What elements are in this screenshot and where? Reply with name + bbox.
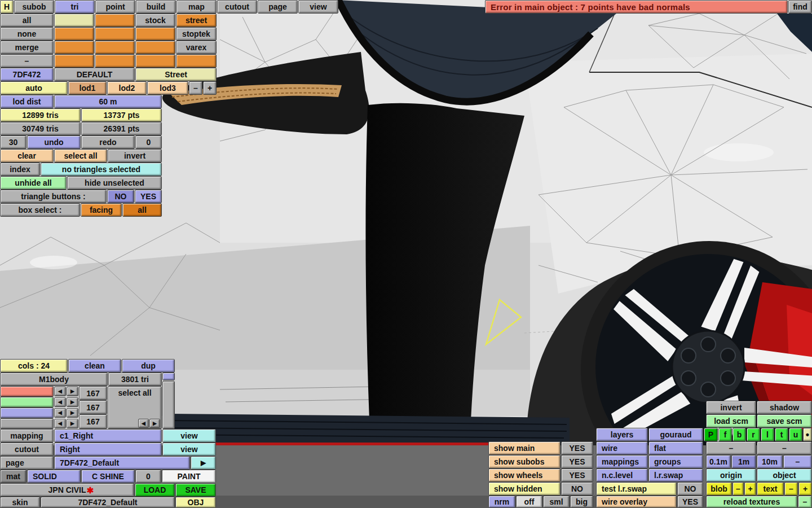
color-slider-grey[interactable]	[0, 418, 54, 429]
blob-minus[interactable]: –	[732, 482, 744, 496]
origin-button[interactable]: origin	[706, 468, 756, 482]
menu-subob[interactable]: subob	[14, 0, 54, 14]
config-street[interactable]: Street	[135, 68, 217, 81]
redo-button[interactable]: redo	[81, 135, 135, 149]
config-default[interactable]: DEFAULT	[54, 68, 135, 81]
nrm-button[interactable]: nrm	[488, 496, 515, 508]
load-button[interactable]: LOAD	[135, 483, 175, 497]
step-left-arrow[interactable]: ◀	[54, 397, 66, 407]
mapping-value[interactable]: c1_Right	[54, 429, 162, 443]
save-scm-button[interactable]: save scm	[757, 414, 812, 428]
material-slot[interactable]	[95, 14, 135, 27]
toggle-b[interactable]: b	[732, 428, 746, 441]
test-lr-swap-toggle[interactable]: NO	[677, 482, 703, 496]
page-value[interactable]: 7DF472_Default	[54, 456, 190, 470]
wire-button[interactable]: wire	[596, 441, 648, 455]
material-slot[interactable]	[95, 41, 135, 54]
mat-cshine[interactable]: C SHINE	[81, 470, 135, 483]
menu-page[interactable]: page	[258, 0, 298, 14]
clean-button[interactable]: clean	[68, 359, 121, 373]
tag-street[interactable]: street	[176, 14, 217, 27]
object-id[interactable]: 7DF472	[0, 68, 54, 81]
shadow-button[interactable]: shadow	[757, 401, 812, 414]
lod-dist-label[interactable]: lod dist	[0, 95, 54, 108]
skin-label[interactable]: skin	[0, 497, 40, 508]
color-slider-green[interactable]	[0, 397, 54, 408]
material-slot[interactable]	[135, 41, 175, 54]
triangle-buttons-yes[interactable]: YES	[135, 190, 162, 203]
dash-button[interactable]: –	[0, 54, 54, 68]
lod1-button[interactable]: lod1	[68, 81, 107, 95]
material-slot[interactable]	[54, 14, 94, 27]
index-button[interactable]: index	[0, 163, 40, 176]
toggle-t[interactable]: t	[775, 428, 788, 441]
test-lr-swap-label[interactable]: test l.r.swap	[596, 482, 677, 496]
cutout-view-button[interactable]: view	[162, 443, 216, 456]
scrollbar-track[interactable]	[162, 381, 175, 429]
color-slider-red[interactable]	[0, 386, 54, 397]
lod-minus[interactable]: –	[189, 81, 202, 95]
nrm-big[interactable]: big	[570, 496, 593, 508]
grid-10m[interactable]: 10m	[757, 455, 783, 468]
scrollbar-thumb[interactable]	[162, 373, 175, 380]
show-main-label[interactable]: show main	[488, 441, 561, 455]
material-slot[interactable]	[54, 41, 94, 54]
menu-build[interactable]: build	[136, 0, 176, 14]
color-slider-blue[interactable]	[0, 408, 54, 418]
step-right-arrow[interactable]: ▶	[67, 408, 78, 418]
skin-value[interactable]: 7DF472_Default	[41, 497, 175, 508]
tag-stock[interactable]: stock	[135, 14, 175, 27]
clear-button[interactable]: clear	[0, 149, 54, 163]
lr-swap-button[interactable]: l.r.swap	[648, 468, 703, 482]
toggle-l[interactable]: l	[761, 428, 774, 441]
obj-button[interactable]: OBJ	[175, 497, 216, 508]
color-value-g[interactable]: 167	[79, 400, 107, 414]
mapping-view-button[interactable]: view	[162, 429, 216, 443]
lod-auto[interactable]: auto	[0, 81, 68, 95]
dup-button[interactable]: dup	[122, 359, 175, 373]
material-slot[interactable]	[54, 54, 94, 68]
object-name[interactable]: M1body	[0, 373, 108, 386]
groups-button[interactable]: groups	[648, 455, 703, 468]
triangle-buttons-no[interactable]: NO	[107, 190, 134, 203]
show-subobs-toggle[interactable]: YES	[561, 455, 593, 468]
nrm-off[interactable]: off	[516, 496, 542, 508]
show-hidden-label[interactable]: show hidden	[488, 482, 561, 496]
hide-unselected-button[interactable]: hide unselected	[67, 176, 162, 190]
dash-button[interactable]: –	[757, 441, 812, 455]
menu-tri[interactable]: tri	[55, 0, 95, 14]
gouraud-button[interactable]: gouraud	[648, 428, 703, 441]
show-hidden-toggle[interactable]: NO	[561, 482, 593, 496]
step-left-arrow[interactable]: ◀	[54, 408, 66, 418]
preset-name[interactable]: JPN CIVIL	[0, 483, 134, 497]
grid-dash[interactable]: –	[783, 455, 812, 468]
grid-1m[interactable]: 1m	[731, 455, 756, 468]
select-all-tris-button[interactable]: select all	[54, 149, 107, 163]
text-minus[interactable]: –	[784, 482, 798, 496]
dash-button[interactable]: –	[706, 441, 756, 455]
mat-label[interactable]: mat	[0, 470, 27, 483]
menu-cutout[interactable]: cutout	[217, 0, 257, 14]
lod3-button[interactable]: lod3	[147, 81, 188, 95]
save-button[interactable]: SAVE	[175, 483, 216, 497]
color-value-b[interactable]: 167	[79, 414, 107, 429]
invert-selection-button[interactable]: invert	[108, 149, 162, 163]
nc-level-button[interactable]: n.c.level	[596, 468, 648, 482]
toggle-u[interactable]: u	[789, 428, 802, 441]
material-slot[interactable]	[54, 27, 94, 41]
step-right-arrow[interactable]: ▶	[67, 419, 78, 428]
unhide-all-button[interactable]: unhide all	[0, 176, 67, 190]
step-right-arrow[interactable]: ▶	[67, 387, 78, 396]
reload-textures-button[interactable]: reload textures	[706, 496, 797, 508]
tag-varex[interactable]: varex	[176, 41, 217, 54]
step-left-arrow[interactable]: ◀	[54, 387, 66, 396]
toggle-dot[interactable]: •	[803, 428, 812, 441]
color-prev-arrow[interactable]: ◀	[138, 419, 149, 428]
tag-stoptek[interactable]: stoptek	[176, 27, 217, 41]
select-none-button[interactable]: none	[0, 27, 54, 41]
menu-point[interactable]: point	[95, 0, 135, 14]
box-select-facing[interactable]: facing	[81, 203, 122, 217]
cutout-value[interactable]: Right	[54, 443, 162, 456]
mat-paint[interactable]: PAINT	[162, 470, 216, 483]
show-main-toggle[interactable]: YES	[561, 441, 593, 455]
